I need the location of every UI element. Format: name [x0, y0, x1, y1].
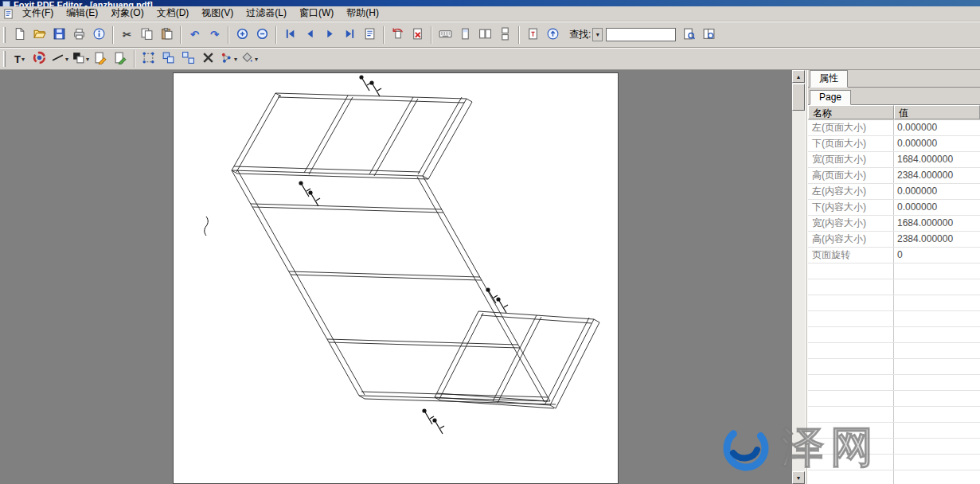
find-doc-button[interactable] [679, 25, 699, 45]
virtual-keyboard-icon [439, 27, 452, 43]
property-value: 0.000000 [894, 120, 980, 135]
menu-file[interactable]: 文件(F) [16, 6, 60, 21]
property-grid: 左(页面大小)0.000000下(页面大小)0.000000宽(页面大小)168… [808, 120, 980, 484]
node-edit-button[interactable]: ▾ [218, 49, 239, 69]
ungroup-objects-button[interactable] [178, 49, 198, 69]
zoom-in-button[interactable] [232, 25, 252, 45]
rotate-page-button[interactable] [388, 25, 408, 45]
scrollbar-thumb[interactable] [792, 84, 805, 111]
redo-button[interactable]: ↷ [205, 25, 225, 45]
open-file-button[interactable] [29, 25, 49, 45]
edit-form-icon [114, 51, 127, 67]
property-value [894, 359, 980, 374]
facing-page-view-button[interactable] [475, 25, 495, 45]
new-file-button[interactable] [10, 25, 29, 45]
save-file-button[interactable] [49, 25, 69, 45]
goto-page-icon [363, 27, 377, 43]
paste-icon [160, 27, 174, 43]
property-row[interactable]: 左(内容大小)0.000000 [808, 184, 980, 200]
group-objects-button[interactable] [158, 49, 178, 69]
menu-filter[interactable]: 过滤器(L) [240, 6, 293, 21]
text-extract-button[interactable] [523, 25, 543, 45]
toolbar-grip[interactable] [3, 27, 6, 43]
copy-button[interactable] [137, 25, 157, 45]
property-row[interactable]: 宽(页面大小)1684.000000 [808, 152, 980, 168]
line-tool-button[interactable]: ▾ [49, 49, 70, 69]
property-row-empty [808, 327, 980, 343]
toolbar-separator [383, 26, 385, 44]
vertical-scrollbar[interactable]: ▲ ▼ [792, 70, 805, 484]
property-row[interactable]: 高(页面大小)2384.000000 [808, 168, 980, 184]
color-wheel-button[interactable] [29, 49, 49, 69]
property-name [808, 311, 894, 326]
toolbar-grip[interactable] [3, 51, 6, 67]
menu-object[interactable]: 对象(O) [104, 6, 150, 21]
add-text-button[interactable]: T▾ [10, 49, 29, 69]
continuous-view-button[interactable] [495, 25, 515, 45]
next-page-button[interactable] [320, 25, 340, 45]
find-dropdown-button[interactable]: ▾ [592, 28, 603, 41]
edit-form-button[interactable] [111, 49, 131, 69]
delete-page-button[interactable] [408, 25, 428, 45]
fill-color-button[interactable]: ▾ [239, 49, 260, 69]
paste-button[interactable] [157, 25, 177, 45]
doc-info-button[interactable] [89, 25, 109, 45]
virtual-keyboard-button[interactable] [435, 25, 455, 45]
find-input[interactable] [606, 28, 676, 41]
menu-window[interactable]: 窗口(W) [293, 6, 340, 21]
scroll-up-button[interactable]: ▲ [792, 70, 805, 83]
column-header-name[interactable]: 名称 [808, 105, 894, 119]
last-page-button[interactable] [340, 25, 360, 45]
property-row[interactable]: 高(内容大小)2384.000000 [808, 232, 980, 248]
next-page-icon [323, 27, 337, 43]
zoom-out-icon [256, 27, 269, 43]
find-all-icon [702, 27, 716, 43]
chevron-down-icon: ▾ [21, 56, 25, 63]
tab-page[interactable]: Page [810, 90, 851, 105]
property-row-empty [808, 311, 980, 327]
property-name [808, 327, 894, 342]
print-button[interactable] [69, 25, 89, 45]
find-all-button[interactable] [699, 25, 719, 45]
property-value: 0.000000 [894, 136, 980, 151]
menu-document[interactable]: 文档(D) [150, 6, 196, 21]
fill-color-icon [240, 51, 254, 67]
single-page-view-button[interactable] [455, 25, 475, 45]
menu-help[interactable]: 帮助(H) [340, 6, 385, 21]
column-header-value[interactable]: 值 [894, 105, 980, 119]
text-extract-icon [526, 27, 540, 43]
property-row[interactable]: 页面旋转0 [808, 248, 980, 263]
cut-icon: ✂ [123, 29, 131, 41]
menu-edit[interactable]: 编辑(E) [60, 6, 104, 21]
property-row-empty [808, 439, 980, 455]
select-transform-button[interactable] [139, 49, 158, 69]
fill-style-button[interactable]: ▾ [70, 49, 91, 69]
chevron-down-icon: ▾ [65, 56, 68, 63]
pdf-page[interactable] [173, 72, 619, 484]
app-window: Foxit PDF Editor - [anzhuang.pdf] 文件(F)编… [0, 0, 980, 484]
scroll-down-button[interactable]: ▼ [792, 471, 805, 484]
undo-button[interactable]: ↶ [185, 25, 205, 45]
property-row[interactable]: 下(内容大小)0.000000 [808, 200, 980, 216]
property-name [808, 423, 894, 438]
property-row[interactable]: 左(页面大小)0.000000 [808, 120, 980, 136]
property-value: 0 [894, 248, 980, 263]
first-page-button[interactable] [280, 25, 300, 45]
property-name [808, 439, 894, 454]
menu-view[interactable]: 视图(V) [195, 6, 240, 21]
goto-page-button[interactable] [360, 25, 380, 45]
upload-button[interactable] [543, 25, 563, 45]
property-name: 左(内容大小) [808, 184, 894, 199]
tab-properties[interactable]: 属性 [810, 70, 848, 88]
prev-page-button[interactable] [300, 25, 320, 45]
property-row[interactable]: 下(页面大小)0.000000 [808, 136, 980, 152]
toolbar-separator [518, 26, 520, 44]
property-value: 2384.000000 [894, 168, 980, 183]
cut-button[interactable]: ✂ [117, 25, 137, 45]
zoom-out-button[interactable] [252, 25, 272, 45]
document-icon[interactable] [2, 8, 14, 20]
edit-content-button[interactable] [91, 49, 111, 69]
advanced-tools-button[interactable] [198, 49, 218, 69]
property-row[interactable]: 宽(内容大小)1684.000000 [808, 216, 980, 232]
edit-content-icon [94, 51, 107, 67]
